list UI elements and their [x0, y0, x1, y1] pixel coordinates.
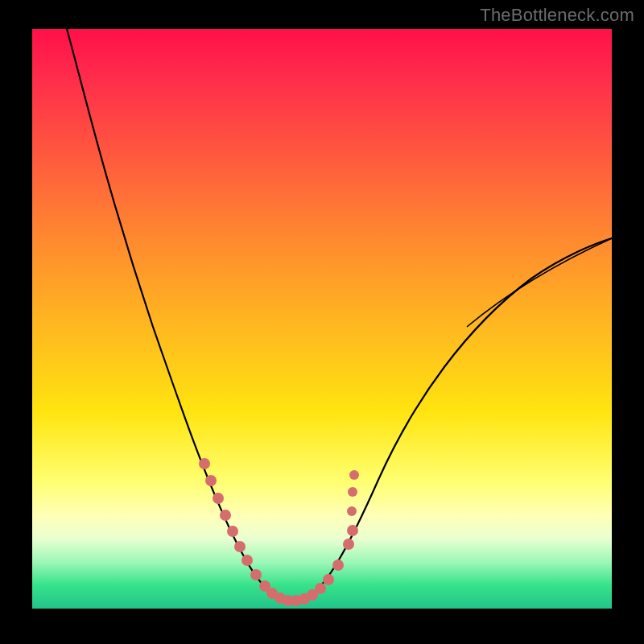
svg-point-1 — [205, 475, 217, 486]
svg-point-7 — [250, 569, 262, 580]
svg-point-20 — [347, 506, 357, 516]
svg-point-5 — [234, 541, 246, 552]
svg-point-4 — [227, 526, 238, 537]
svg-point-22 — [349, 470, 359, 480]
curve-layer — [32, 29, 612, 609]
bottleneck-curve-right-thin — [467, 238, 612, 327]
svg-point-6 — [242, 555, 253, 566]
svg-point-18 — [343, 539, 354, 550]
svg-point-17 — [332, 559, 344, 571]
svg-point-0 — [199, 458, 210, 469]
svg-point-2 — [213, 493, 224, 504]
trough-markers — [199, 458, 359, 606]
svg-point-16 — [323, 574, 334, 585]
svg-point-15 — [315, 583, 326, 594]
svg-point-19 — [347, 525, 358, 536]
svg-point-3 — [220, 510, 231, 521]
bottleneck-curve — [67, 29, 612, 601]
plot-area — [32, 29, 612, 609]
chart-frame: TheBottleneck.com — [0, 0, 644, 644]
watermark-text: TheBottleneck.com — [480, 5, 634, 26]
svg-point-21 — [348, 487, 357, 497]
